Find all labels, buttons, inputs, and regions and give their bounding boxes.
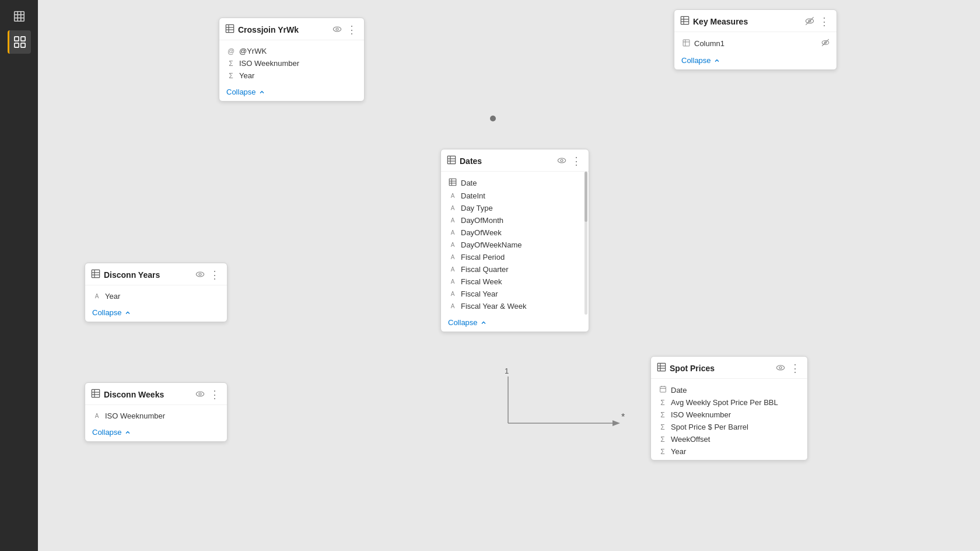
disconn-weeks-collapse-link[interactable]: Collapse bbox=[92, 428, 220, 437]
field-dayofweekname-label: DayOfWeekName bbox=[461, 240, 522, 249]
crossjoin-more-icon[interactable]: ⋮ bbox=[346, 25, 357, 35]
dates-visibility-icon[interactable] bbox=[557, 156, 566, 166]
spot-prices-header: Spot Prices ⋮ bbox=[651, 357, 807, 379]
text-icon-3: A bbox=[448, 217, 457, 224]
svg-rect-30 bbox=[92, 270, 99, 277]
sidebar-icon-table[interactable] bbox=[8, 5, 31, 28]
svg-point-19 bbox=[336, 28, 338, 30]
svg-point-40 bbox=[196, 392, 204, 396]
text-icon-7: A bbox=[448, 266, 457, 273]
dates-collapse: Collapse bbox=[441, 315, 589, 332]
crossjoin-table-icon bbox=[225, 24, 235, 35]
field-fiscal-year: A Fiscal Year bbox=[448, 288, 582, 300]
sidebar-icon-model[interactable] bbox=[8, 30, 31, 54]
dates-more-icon[interactable]: ⋮ bbox=[571, 156, 582, 166]
disconn-years-visibility-icon[interactable] bbox=[195, 270, 205, 280]
column1-visibility-icon[interactable] bbox=[821, 39, 830, 48]
field-dateint: A DateInt bbox=[448, 190, 582, 202]
field-year-cj-label: Year bbox=[239, 71, 254, 80]
sigma-icon-sp2: Σ bbox=[658, 411, 667, 419]
canvas: Crossjoin YrWk ⋮ @ @YrWK Σ ISO Weeknumbe… bbox=[38, 0, 980, 551]
svg-point-59 bbox=[776, 365, 784, 370]
crossjoin-collapse: Collapse bbox=[219, 84, 364, 101]
disconn-weeks-more-icon[interactable]: ⋮ bbox=[209, 389, 220, 400]
svg-line-54 bbox=[822, 39, 829, 46]
svg-rect-8 bbox=[21, 43, 25, 47]
crossjoin-title: Crossjoin YrWk bbox=[238, 25, 329, 34]
key-measures-visibility-icon[interactable] bbox=[805, 16, 814, 27]
text-icon-9: A bbox=[448, 291, 457, 297]
disconn-years-collapse: Collapse bbox=[85, 305, 227, 322]
field-year-dy-label: Year bbox=[105, 292, 120, 301]
text-icon-dw: A bbox=[92, 413, 102, 419]
spot-prices-card: Spot Prices ⋮ bbox=[650, 356, 808, 461]
field-fiscal-week-label: Fiscal Week bbox=[461, 277, 502, 286]
field-fiscal-period: A Fiscal Period bbox=[448, 251, 582, 263]
key-measures-body: Column1 bbox=[674, 32, 836, 53]
spot-prices-body: Date Σ Avg Weekly Spot Price Per BBL Σ I… bbox=[651, 379, 807, 460]
col-icon bbox=[681, 39, 691, 48]
disconn-weeks-visibility-icon[interactable] bbox=[195, 389, 205, 400]
svg-rect-6 bbox=[21, 37, 25, 41]
svg-rect-7 bbox=[15, 43, 19, 47]
field-fiscal-week: A Fiscal Week bbox=[448, 276, 582, 288]
key-measures-card: Key Measures ⋮ bbox=[674, 9, 837, 70]
text-icon-10: A bbox=[448, 303, 457, 309]
field-dateint-label: DateInt bbox=[461, 191, 485, 200]
text-icon-4: A bbox=[448, 229, 457, 236]
field-iso-weeknumber-sp-label: ISO Weeknumber bbox=[671, 410, 731, 419]
dates-scrollbar[interactable] bbox=[584, 172, 587, 315]
key-measures-collapse-link[interactable]: Collapse bbox=[681, 56, 830, 65]
dates-title: Dates bbox=[460, 156, 554, 166]
field-fiscal-quarter: A Fiscal Quarter bbox=[448, 263, 582, 276]
field-atyrwk: @ @YrWK bbox=[226, 45, 357, 57]
spot-prices-more-icon[interactable]: ⋮ bbox=[790, 363, 800, 374]
field-fiscal-year-week-label: Fiscal Year & Week bbox=[461, 302, 526, 311]
disconn-weeks-header: Disconn Weeks ⋮ bbox=[85, 383, 227, 405]
disconn-weeks-title: Disconn Weeks bbox=[104, 390, 192, 399]
disconn-years-more-icon[interactable]: ⋮ bbox=[209, 270, 220, 280]
sigma-icon-sp5: Σ bbox=[658, 448, 667, 456]
spot-prices-visibility-icon[interactable] bbox=[776, 363, 785, 374]
svg-rect-49 bbox=[683, 40, 690, 46]
disconn-weeks-table-icon bbox=[91, 389, 100, 400]
text-icon-6: A bbox=[448, 254, 457, 260]
text-icon-5: A bbox=[448, 242, 457, 248]
field-fiscal-quarter-label: Fiscal Quarter bbox=[461, 265, 509, 274]
field-date-label: Date bbox=[461, 179, 477, 187]
key-measures-more-icon[interactable]: ⋮ bbox=[819, 16, 830, 27]
field-iso-weeknumber-dw-label: ISO Weeknumber bbox=[105, 411, 165, 420]
svg-rect-26 bbox=[449, 179, 456, 186]
svg-rect-20 bbox=[447, 156, 455, 163]
dates-body: Date A DateInt A Day Type A DayOfMonth A… bbox=[441, 172, 589, 315]
field-iso-weeknumber-dw: A ISO Weeknumber bbox=[92, 410, 220, 422]
disconn-weeks-collapse: Collapse bbox=[85, 424, 227, 441]
spot-prices-title: Spot Prices bbox=[670, 364, 772, 373]
text-icon-1: A bbox=[448, 193, 457, 199]
key-icon bbox=[448, 178, 457, 188]
field-dayofweek: A DayOfWeek bbox=[448, 226, 582, 239]
svg-rect-55 bbox=[657, 363, 665, 371]
disconn-years-title: Disconn Years bbox=[104, 270, 192, 280]
field-year-sp: Σ Year bbox=[658, 445, 800, 458]
sigma-icon-1: Σ bbox=[226, 60, 236, 68]
dates-header: Dates ⋮ bbox=[441, 149, 589, 172]
dates-collapse-link[interactable]: Collapse bbox=[448, 318, 582, 327]
disconn-years-collapse-link[interactable]: Collapse bbox=[92, 308, 220, 317]
crossjoin-visibility-icon[interactable] bbox=[332, 25, 342, 35]
spot-prices-table-icon bbox=[657, 362, 666, 374]
sidebar bbox=[0, 0, 38, 551]
field-daytype-label: Day Type bbox=[461, 204, 493, 212]
svg-point-25 bbox=[561, 159, 563, 162]
svg-point-35 bbox=[199, 273, 201, 276]
disconn-years-table-icon bbox=[91, 269, 100, 280]
field-iso-weeknumber-cj-label: ISO Weeknumber bbox=[239, 59, 299, 68]
crossjoin-collapse-link[interactable]: Collapse bbox=[226, 88, 357, 96]
text-icon-2: A bbox=[448, 205, 457, 211]
dates-table-icon bbox=[447, 155, 456, 166]
field-date: Date bbox=[448, 176, 582, 190]
field-spot-price-barrel: Σ Spot Price $ Per Barrel bbox=[658, 421, 800, 433]
field-date-sp-label: Date bbox=[671, 386, 687, 395]
text-icon-8: A bbox=[448, 278, 457, 285]
spot-prices-actions: ⋮ bbox=[776, 363, 800, 374]
